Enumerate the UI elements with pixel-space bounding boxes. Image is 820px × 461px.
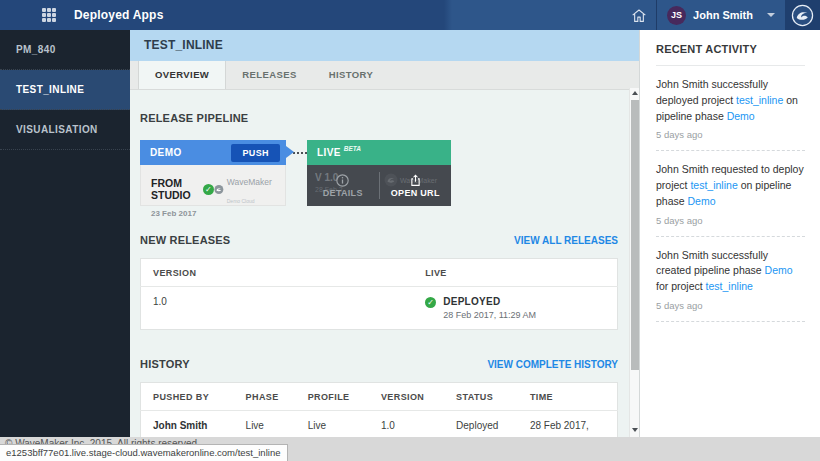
live-phase-header: LIVE BETA xyxy=(307,140,451,165)
footer: © WaveMaker Inc. 2015. All rights reserv… xyxy=(0,437,820,461)
status-url-bar: e1253bff77e01.live.stage-cloud.wavemaker… xyxy=(0,444,288,461)
recent-activity-heading: RECENT ACTIVITY xyxy=(656,43,805,66)
demo-brand: WaveMaker Demo Cloud xyxy=(214,171,277,207)
new-releases-table: VERSION LIVE 1.0 ✓ DEPLOYED 28 Feb 2017 xyxy=(140,258,618,330)
details-button[interactable]: DETAILS xyxy=(307,165,379,206)
push-button[interactable]: PUSH xyxy=(231,144,280,162)
col-status: STATUS xyxy=(448,383,522,411)
wavemaker-logo-icon xyxy=(791,4,814,27)
scroll-up-icon[interactable] xyxy=(630,88,639,98)
release-pipeline-heading: RELEASE PIPELINE xyxy=(140,112,618,124)
check-circle-icon: ✓ xyxy=(203,184,214,195)
open-url-icon xyxy=(409,174,422,187)
phase-link[interactable]: Demo xyxy=(765,264,793,276)
topbar: Deployed Apps JS John Smith xyxy=(0,0,820,30)
table-row: 1.0 ✓ DEPLOYED 28 Feb 2017, 11:29 AM xyxy=(141,287,618,330)
phase-link[interactable]: Demo xyxy=(727,110,755,122)
demo-phase-header: DEMO PUSH xyxy=(140,140,286,165)
list-item: John Smith successfully created pipeline… xyxy=(656,237,805,322)
wavemaker-logo-icon xyxy=(214,182,224,197)
avatar: JS xyxy=(667,6,686,25)
demo-phase-card: DEMO PUSH FROM STUDIO ✓ xyxy=(140,140,286,206)
history-status: Deployed xyxy=(448,411,522,438)
col-pushed-by: PUSHED BY xyxy=(141,383,238,411)
live-phase-name: LIVE xyxy=(317,147,341,158)
col-profile: PROFILE xyxy=(300,383,373,411)
activity-text: John Smith successfully deployed project… xyxy=(656,77,805,124)
view-complete-history-link[interactable]: VIEW COMPLETE HISTORY xyxy=(487,359,618,370)
tab-bar: OVERVIEW RELEASES HISTORY xyxy=(130,61,639,90)
tab-history[interactable]: HISTORY xyxy=(313,61,390,89)
col-phase: PHASE xyxy=(238,383,300,411)
sidebar: PM_840 TEST_INLINE VISUALISATION xyxy=(0,30,130,437)
col-version: VERSION xyxy=(373,383,448,411)
activity-timestamp: 5 days ago xyxy=(656,215,805,226)
app-title: Deployed Apps xyxy=(74,8,164,22)
deployed-apps-window: Deployed Apps JS John Smith PM_84 xyxy=(0,0,820,461)
activity-timestamp: 5 days ago xyxy=(656,129,805,140)
live-phase-body: V 1.0 28 Feb 2... WaveMaker xyxy=(307,165,451,206)
tab-releases[interactable]: RELEASES xyxy=(226,61,312,89)
pipeline-arrow-icon xyxy=(286,146,294,158)
open-url-button[interactable]: OPEN URL xyxy=(380,165,452,206)
project-link[interactable]: test_inline xyxy=(706,280,753,292)
release-status: DEPLOYED xyxy=(443,296,536,307)
from-studio-label: FROM STUDIO xyxy=(151,177,198,201)
sidebar-item-pm-840[interactable]: PM_840 xyxy=(0,30,130,70)
new-releases-heading: NEW RELEASES xyxy=(140,234,230,246)
history-pushed-by: John Smith xyxy=(141,411,238,438)
check-circle-icon: ✓ xyxy=(425,297,436,308)
view-all-releases-link[interactable]: VIEW ALL RELEASES xyxy=(514,235,618,246)
beta-badge: BETA xyxy=(344,145,361,152)
history-heading: HISTORY xyxy=(140,358,190,370)
activity-timestamp: 5 days ago xyxy=(656,300,805,311)
recent-activity-panel: RECENT ACTIVITY John Smith successfully … xyxy=(639,30,820,437)
info-icon xyxy=(336,174,349,187)
sidebar-item-visualisation[interactable]: VISUALISATION xyxy=(0,110,130,150)
project-link[interactable]: test_inline xyxy=(736,94,783,106)
project-link[interactable]: test_inline xyxy=(690,179,737,191)
demo-phase-name: DEMO xyxy=(150,147,182,158)
release-pipeline: DEMO PUSH FROM STUDIO ✓ xyxy=(140,140,618,206)
home-icon[interactable] xyxy=(622,0,656,30)
topbar-right: JS John Smith xyxy=(622,0,820,30)
page-title: TEST_INLINE xyxy=(130,30,639,61)
demo-phase-body: FROM STUDIO ✓ WaveMaker Demo Cloud xyxy=(140,165,286,206)
chevron-down-icon xyxy=(767,13,775,17)
main-scrollbar[interactable] xyxy=(629,88,639,437)
tab-overview[interactable]: OVERVIEW xyxy=(138,61,226,89)
overview-content: RELEASE PIPELINE DEMO PUSH FROM STUDIO ✓ xyxy=(130,90,639,437)
apps-grid-icon[interactable] xyxy=(42,8,56,22)
user-menu[interactable]: JS John Smith xyxy=(657,0,785,30)
release-version: 1.0 xyxy=(141,287,418,330)
live-phase-card: LIVE BETA V 1.0 28 Feb 2... xyxy=(307,140,451,206)
list-item: John Smith requested to deploy project t… xyxy=(656,151,805,236)
list-item: John Smith successfully deployed project… xyxy=(656,66,805,151)
brand-subtitle: Demo Cloud xyxy=(227,198,255,204)
activity-text: John Smith requested to deploy project t… xyxy=(656,162,805,209)
col-version: VERSION xyxy=(141,259,418,287)
history-time: 28 Feb 2017, xyxy=(522,411,618,438)
release-time: 28 Feb 2017, 11:29 AM xyxy=(443,310,536,320)
demo-deploy-date: 23 Feb 2017 xyxy=(151,209,277,218)
live-hover-overlay: DETAILS OPEN URL xyxy=(307,165,451,206)
brand-name: WaveMaker xyxy=(227,177,272,187)
brand-block xyxy=(785,0,820,30)
table-row: John Smith Live Live 1.0 Deployed 28 Feb… xyxy=(141,411,618,438)
activity-text: John Smith successfully created pipeline… xyxy=(656,248,805,295)
history-table: PUSHED BY PHASE PROFILE VERSION STATUS T… xyxy=(140,382,618,437)
user-name: John Smith xyxy=(693,9,753,21)
history-profile-link[interactable]: Live xyxy=(300,411,373,438)
sidebar-item-test-inline[interactable]: TEST_INLINE xyxy=(0,70,130,110)
scroll-down-icon[interactable] xyxy=(630,425,639,435)
history-phase: Live xyxy=(238,411,300,438)
scrollbar-thumb[interactable] xyxy=(631,100,639,370)
phase-link[interactable]: Demo xyxy=(688,195,716,207)
col-time: TIME xyxy=(522,383,618,411)
main-panel: TEST_INLINE OVERVIEW RELEASES HISTORY RE… xyxy=(130,30,639,437)
col-live: LIVE xyxy=(417,259,617,287)
history-version: 1.0 xyxy=(373,411,448,438)
